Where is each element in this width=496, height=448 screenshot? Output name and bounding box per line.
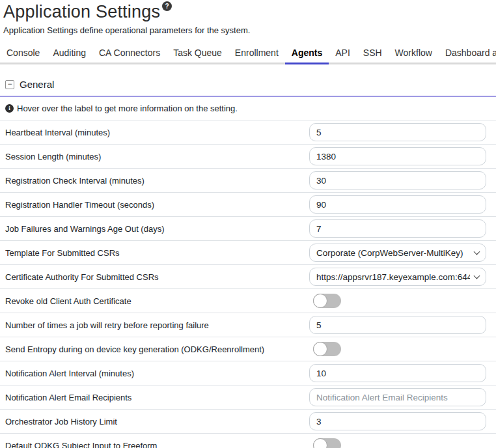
setting-row-default-odkg-subject-input-to-freeform: Default ODKG Subject Input to Freeform — [0, 434, 496, 448]
setting-row-certificate-authority-for-submitted-csrs: Certificate Authority For Submitted CSRs… — [0, 265, 496, 289]
toggle-knob — [313, 294, 327, 308]
setting-input-orchestrator-job-history-limit[interactable] — [309, 412, 486, 430]
setting-row-registration-check-interval-minutes: Registration Check Interval (minutes) — [0, 169, 496, 193]
setting-label: Orchestrator Job History Limit — [5, 417, 309, 427]
setting-control — [309, 412, 486, 430]
setting-input-job-failures-and-warnings-age-out-days[interactable] — [309, 219, 486, 238]
tab-console[interactable]: Console — [0, 44, 46, 64]
setting-label: Job Failures and Warnings Age Out (days) — [5, 224, 309, 234]
setting-control — [309, 294, 486, 308]
tab-agents[interactable]: Agents — [285, 44, 329, 64]
help-icon[interactable]: ? — [162, 1, 172, 11]
setting-control — [309, 123, 486, 141]
setting-input-registration-handler-timeout-seconds[interactable] — [309, 195, 486, 214]
setting-label: Template For Submitted CSRs — [5, 248, 309, 258]
tab-enrollment[interactable]: Enrollment — [228, 44, 285, 64]
setting-select-certificate-authority-for-submitted-csrs[interactable]: https://appsrvr187.keyexample.com:6447\C… — [309, 268, 486, 286]
setting-control — [309, 364, 486, 382]
setting-row-template-for-submitted-csrs: Template For Submitted CSRs Corporate (C… — [0, 241, 496, 265]
setting-control — [309, 195, 486, 214]
settings-table: Heartbeat Interval (minutes) Session Len… — [0, 120, 496, 448]
setting-label: Certificate Authority For Submitted CSRs — [5, 272, 309, 282]
setting-label: Registration Check Interval (minutes) — [5, 176, 309, 186]
setting-input-session-length-minutes[interactable] — [309, 147, 486, 165]
setting-control — [309, 316, 486, 334]
setting-label: Default ODKG Subject Input to Freeform — [5, 441, 309, 448]
setting-select-wrap: Corporate (CorpWebServer-MultiKey) — [309, 244, 486, 262]
setting-row-send-entropy-during-on-device-key-generation-odkg-reenrollment: Send Entropy during on device key genera… — [0, 337, 496, 361]
section-header-general[interactable]: − General — [0, 79, 496, 97]
setting-control — [309, 171, 486, 189]
setting-input-notification-alert-interval-minutes[interactable] — [309, 364, 486, 382]
setting-label: Registration Handler Timeout (seconds) — [5, 200, 309, 210]
setting-control — [309, 219, 486, 238]
setting-input-registration-check-interval-minutes[interactable] — [309, 171, 486, 189]
section-title: General — [20, 79, 54, 90]
setting-select-template-for-submitted-csrs[interactable]: Corporate (CorpWebServer-MultiKey) — [309, 244, 486, 262]
setting-row-notification-alert-email-recipients: Notification Alert Email Recipients — [0, 385, 496, 410]
tab-workflow[interactable]: Workflow — [389, 44, 439, 64]
setting-row-registration-handler-timeout-seconds: Registration Handler Timeout (seconds) — [0, 193, 496, 217]
tab-ssh[interactable]: SSH — [357, 44, 389, 64]
setting-input-heartbeat-interval-minutes[interactable] — [309, 123, 486, 141]
setting-control: Corporate (CorpWebServer-MultiKey) — [309, 244, 486, 262]
setting-row-session-length-minutes: Session Length (minutes) — [0, 145, 496, 169]
setting-select-wrap: https://appsrvr187.keyexample.com:6447\C… — [309, 268, 486, 286]
info-banner-text: Hover over the label to get more informa… — [17, 104, 238, 113]
tab-dashboard-and-reports[interactable]: Dashboard and Reports — [439, 44, 496, 64]
setting-control — [309, 342, 486, 356]
tab-bar: ConsoleAuditingCA ConnectorsTask QueueEn… — [0, 44, 496, 64]
setting-control: https://appsrvr187.keyexample.com:6447\C… — [309, 268, 486, 286]
setting-control — [309, 388, 486, 406]
tab-api[interactable]: API — [329, 44, 357, 64]
page-subtitle: Application Settings define operational … — [3, 25, 496, 35]
setting-toggle-default-odkg-subject-input-to-freeform[interactable] — [313, 438, 341, 448]
setting-toggle-revoke-old-client-auth-certificate[interactable] — [313, 294, 341, 308]
tab-ca-connectors[interactable]: CA Connectors — [92, 44, 167, 64]
setting-toggle-send-entropy-during-on-device-key-generation-odkg-reenrollment[interactable] — [313, 342, 341, 356]
collapse-icon[interactable]: − — [5, 80, 14, 89]
setting-label: Revoke old Client Auth Certificate — [5, 296, 309, 306]
setting-input-notification-alert-email-recipients[interactable] — [309, 388, 486, 406]
tab-task-queue[interactable]: Task Queue — [167, 44, 228, 64]
toggle-knob — [313, 342, 327, 356]
setting-control — [309, 147, 486, 165]
tab-auditing[interactable]: Auditing — [46, 44, 92, 64]
setting-row-job-failures-and-warnings-age-out-days: Job Failures and Warnings Age Out (days) — [0, 217, 496, 241]
setting-input-number-of-times-a-job-will-retry-before-reporting-failure[interactable] — [309, 316, 486, 334]
setting-control — [309, 438, 486, 448]
setting-label: Number of times a job will retry before … — [5, 320, 309, 330]
page-title: Application Settings — [3, 2, 160, 21]
setting-label: Heartbeat Interval (minutes) — [5, 128, 309, 137]
setting-row-notification-alert-interval-minutes: Notification Alert Interval (minutes) — [0, 361, 496, 385]
info-banner: i Hover over the label to get more infor… — [0, 97, 496, 120]
setting-row-orchestrator-job-history-limit: Orchestrator Job History Limit — [0, 410, 496, 434]
setting-label: Notification Alert Interval (minutes) — [5, 369, 309, 378]
setting-row-revoke-old-client-auth-certificate: Revoke old Client Auth Certificate — [0, 289, 496, 313]
page-header: Application Settings? Application Settin… — [0, 0, 496, 35]
setting-label: Send Entropy during on device key genera… — [5, 344, 309, 354]
toggle-knob — [313, 438, 327, 448]
setting-label: Session Length (minutes) — [5, 152, 309, 161]
application-settings-page: Application Settings? Application Settin… — [0, 0, 496, 448]
info-icon: i — [5, 104, 14, 113]
setting-row-number-of-times-a-job-will-retry-before-reporting-failure: Number of times a job will retry before … — [0, 313, 496, 337]
setting-row-heartbeat-interval-minutes: Heartbeat Interval (minutes) — [0, 120, 496, 145]
setting-label: Notification Alert Email Recipients — [5, 393, 309, 402]
